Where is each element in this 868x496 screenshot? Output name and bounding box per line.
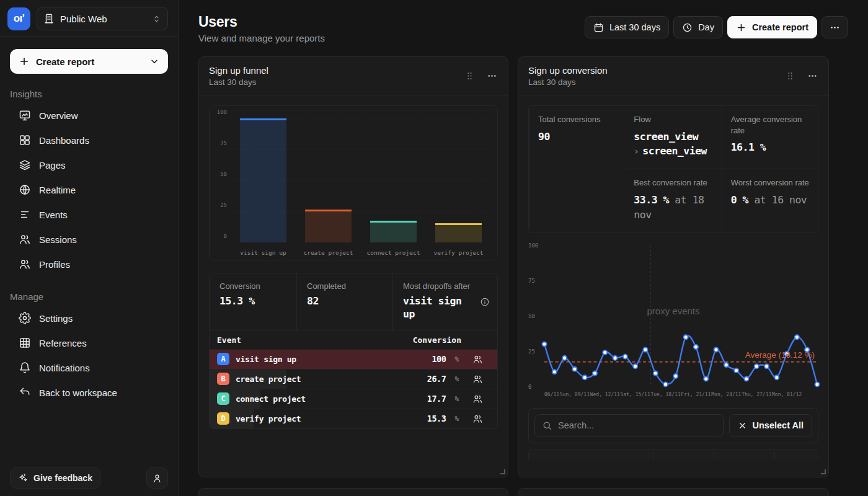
y-axis-tick: 0 bbox=[528, 384, 531, 390]
info-icon[interactable] bbox=[480, 297, 490, 307]
y-axis-tick: 75 bbox=[528, 278, 535, 284]
drag-handle-icon[interactable] bbox=[464, 71, 475, 81]
x-axis-label: Sat, 15/11 bbox=[621, 392, 650, 397]
references-icon bbox=[19, 337, 31, 349]
event-conversion-value: 15.3 bbox=[427, 414, 446, 423]
event-row-verify-project[interactable]: Dverify project15.3% bbox=[210, 409, 497, 428]
unselect-all-button[interactable]: Unselect All bbox=[729, 414, 812, 437]
event-name: create project bbox=[236, 374, 421, 384]
sidebar-item-realtime[interactable]: Realtime bbox=[0, 177, 178, 202]
chevron-right-icon: › bbox=[634, 146, 639, 156]
percent-sign: % bbox=[454, 375, 459, 383]
sidebar-item-dashboards[interactable]: Dashboards bbox=[0, 128, 178, 153]
interval-button[interactable]: Day bbox=[673, 16, 723, 38]
events-icon bbox=[19, 208, 31, 221]
event-table-header: Event Conversion bbox=[210, 330, 497, 349]
sidebar-item-references[interactable]: References bbox=[0, 330, 178, 355]
page-subtitle: View and manage your reports bbox=[198, 33, 325, 43]
users-icon[interactable] bbox=[465, 414, 490, 424]
y-axis-tick: 100 bbox=[217, 109, 227, 115]
y-axis-tick: 25 bbox=[220, 202, 227, 208]
page-header: Users View and manage your reports Last … bbox=[198, 14, 848, 43]
profile-button[interactable] bbox=[146, 467, 168, 489]
sidebar-item-label: Back to workspace bbox=[39, 388, 117, 398]
give-feedback-button[interactable]: Give feedback bbox=[10, 467, 100, 489]
sidebar-nav: InsightsOverviewDashboardsPagesRealtimeE… bbox=[0, 74, 178, 405]
sidebar-item-pages[interactable]: Pages bbox=[0, 153, 178, 177]
x-axis-label: create project bbox=[296, 249, 361, 256]
users-icon[interactable] bbox=[465, 374, 490, 384]
funnel-bar-visit-sign-up[interactable] bbox=[240, 118, 287, 242]
y-axis-tick: 50 bbox=[528, 313, 535, 319]
conversion-line-chart: proxy events 0255075100Average (16.12 %)… bbox=[528, 241, 818, 401]
conversion-card-header: Sign up conversion Last 30 days bbox=[518, 57, 828, 95]
event-row-connect-project[interactable]: Cconnect project17.7% bbox=[210, 389, 497, 409]
average-line-label: Average (16.12 %) bbox=[745, 350, 815, 360]
sidebar: oı' Public Web Create report InsightsOve… bbox=[0, 0, 179, 496]
event-row-create-project[interactable]: Bcreate project26.7% bbox=[210, 369, 497, 389]
users-icon[interactable] bbox=[465, 394, 490, 404]
sidebar-create-report-button[interactable]: Create report bbox=[10, 49, 168, 74]
sidebar-item-notifications[interactable]: Notifications bbox=[0, 355, 178, 380]
event-name: verify project bbox=[236, 414, 421, 423]
event-table-rows: Avisit sign up100%Bcreate project26.7%Cc… bbox=[210, 349, 497, 428]
sparkles-icon bbox=[18, 473, 28, 483]
clock-icon bbox=[682, 22, 693, 33]
x-axis-label: Sun, 09/11 bbox=[560, 392, 590, 397]
app-logo: oı' bbox=[7, 7, 30, 30]
sidebar-item-back-to-workspace[interactable]: Back to workspace bbox=[0, 380, 178, 405]
search-input[interactable] bbox=[558, 420, 716, 430]
funnel-card-body: 0255075100visit sign upcreate projectcon… bbox=[199, 95, 508, 477]
y-axis-tick: 50 bbox=[220, 171, 227, 177]
drag-handle-icon[interactable] bbox=[785, 71, 795, 81]
stat-flow: Flow screen_view ›screen_view bbox=[625, 106, 721, 169]
x-axis-label: Tue, 18/11 bbox=[650, 392, 680, 397]
report-cards: Sign up funnel Last 30 days 0255075100vi… bbox=[198, 56, 868, 477]
y-axis-tick: 75 bbox=[220, 140, 227, 146]
chevrons-updown-icon bbox=[152, 14, 161, 24]
sidebar-item-label: Pages bbox=[39, 160, 66, 170]
card-menu-button[interactable] bbox=[486, 70, 498, 82]
sidebar-item-label: Events bbox=[39, 210, 68, 220]
settings-icon bbox=[19, 312, 31, 324]
card-menu-button[interactable] bbox=[807, 70, 818, 82]
section-label-insights: Insights bbox=[0, 89, 178, 99]
funnel-card-header: Sign up funnel Last 30 days bbox=[199, 57, 508, 95]
profiles-icon bbox=[19, 258, 31, 270]
users-icon[interactable] bbox=[465, 354, 490, 365]
sidebar-item-overview[interactable]: Overview bbox=[0, 103, 178, 128]
event-row-visit-sign-up[interactable]: Avisit sign up100% bbox=[210, 349, 497, 369]
card-resize-handle[interactable] bbox=[821, 469, 826, 474]
funnel-bar-verify-project[interactable] bbox=[435, 223, 482, 242]
date-range-button[interactable]: Last 30 days bbox=[585, 16, 669, 38]
funnel-bar-connect-project[interactable] bbox=[370, 221, 417, 242]
funnel-bar-create-project[interactable] bbox=[305, 210, 352, 242]
sidebar-item-label: Notifications bbox=[39, 363, 90, 373]
x-icon bbox=[738, 421, 747, 430]
create-report-button[interactable]: Create report bbox=[727, 16, 817, 38]
ellipsis-icon bbox=[830, 22, 840, 33]
card-resize-handle[interactable] bbox=[500, 469, 505, 474]
partial-card bbox=[518, 488, 829, 496]
x-axis-label: Thu, 06/11 bbox=[544, 392, 559, 397]
y-axis-tick: 100 bbox=[528, 242, 538, 249]
event-name: visit sign up bbox=[236, 355, 425, 364]
funnel-bar-chart: 0255075100visit sign upcreate projectcon… bbox=[209, 105, 498, 260]
x-axis-label: Mon, 24/11 bbox=[711, 392, 741, 397]
sidebar-item-sessions[interactable]: Sessions bbox=[0, 227, 178, 252]
cutoff-series-table bbox=[528, 450, 818, 459]
x-axis-label: Fri, 21/11 bbox=[681, 392, 711, 397]
stat-worst-conversion: Worst conversion rate 0 % at 16 nov bbox=[722, 169, 818, 232]
sidebar-item-events[interactable]: Events bbox=[0, 202, 178, 227]
sidebar-item-settings[interactable]: Settings bbox=[0, 306, 178, 330]
back-icon bbox=[19, 386, 31, 399]
plus-icon bbox=[19, 56, 30, 67]
stat-completed: Completed 82 bbox=[296, 273, 392, 330]
more-options-button[interactable] bbox=[822, 16, 848, 38]
sidebar-item-profiles[interactable]: Profiles bbox=[0, 252, 178, 277]
section-label-manage: Manage bbox=[0, 291, 178, 302]
event-conversion-value: 17.7 bbox=[427, 394, 446, 404]
event-badge: A bbox=[217, 353, 229, 365]
workspace-selector[interactable]: Public Web bbox=[37, 7, 168, 30]
stat-conversion: Conversion 15.3 % bbox=[210, 273, 296, 330]
